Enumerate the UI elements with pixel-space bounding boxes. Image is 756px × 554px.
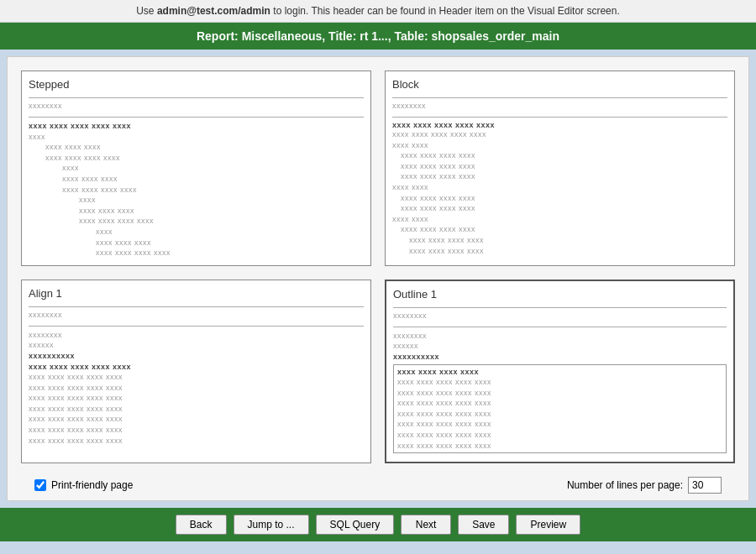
top-bar-text: to login. This header can be found in He… — [273, 5, 619, 17]
separator — [29, 117, 364, 118]
sql-query-button[interactable]: SQL Query — [316, 515, 395, 535]
cards-grid: Stepped xxxxxxxx xxxx xxxx xxxx xxxx xxx… — [21, 71, 735, 463]
header-bar: Report: Miscellaneous, Title: rt 1..., T… — [0, 23, 756, 50]
print-friendly-checkbox[interactable] — [34, 479, 46, 491]
separator — [392, 97, 727, 98]
main-content: Stepped xxxxxxxx xxxx xxxx xxxx xxxx xxx… — [7, 56, 749, 501]
card-align1: Align 1 xxxxxxxx xxxxxxxx xxxxxx xxxxxxx… — [21, 280, 371, 464]
card-placeholder-outline1: xxxxxxxx — [393, 311, 727, 320]
card-placeholder-block: xxxxxxxx — [392, 102, 727, 110]
separator — [393, 307, 727, 308]
lines-per-page-container: Number of lines per page: — [567, 477, 722, 494]
card-placeholder-stepped: xxxxxxxx — [29, 102, 364, 110]
card-content-outline1: xxxxxxxx xxxxxx xxxxxxxxxx xxxx xxxx xxx… — [393, 331, 727, 456]
bottom-bar: Back Jump to ... SQL Query Next Save Pre… — [0, 508, 756, 541]
card-placeholder-align1: xxxxxxxx — [29, 311, 364, 319]
top-bar: Use admin@test.com/admin to login. This … — [0, 0, 756, 23]
save-button[interactable]: Save — [458, 515, 509, 535]
print-friendly-label[interactable]: Print-friendly page — [34, 479, 133, 491]
lines-per-page-input[interactable] — [688, 477, 722, 494]
card-content-stepped: xxxx xxxx xxxx xxxx xxxx xxxx xxxx xxxx … — [29, 121, 364, 259]
preview-button[interactable]: Preview — [516, 515, 580, 535]
jump-to-button[interactable]: Jump to ... — [234, 515, 309, 535]
card-title-outline1: Outline 1 — [393, 288, 727, 301]
back-button[interactable]: Back — [176, 515, 227, 535]
credential: admin@test.com/admin — [157, 5, 270, 17]
separator — [29, 326, 364, 327]
card-content-align1: xxxxxxxx xxxxxx xxxxxxxxxx xxxx xxxx xxx… — [29, 330, 364, 457]
card-block: Block xxxxxxxx xxxx xxxx xxxx xxxx xxxx … — [385, 71, 735, 266]
lines-per-page-label: Number of lines per page: — [567, 479, 683, 491]
card-title-block: Block — [392, 78, 727, 91]
separator — [29, 306, 364, 307]
separator — [393, 327, 727, 327]
card-outline1: Outline 1 xxxxxxxx xxxxxxxx xxxxxx xxxxx… — [385, 280, 735, 464]
separator — [29, 97, 364, 98]
footer-options: Print-friendly page Number of lines per … — [21, 470, 735, 500]
next-button[interactable]: Next — [401, 515, 451, 535]
separator — [392, 117, 727, 118]
print-friendly-text: Print-friendly page — [51, 479, 133, 491]
card-title-align1: Align 1 — [29, 287, 364, 300]
header-title: Report: Miscellaneous, Title: rt 1..., T… — [197, 29, 559, 43]
card-stepped: Stepped xxxxxxxx xxxx xxxx xxxx xxxx xxx… — [21, 71, 371, 266]
card-content-block: xxxx xxxx xxxx xxxx xxxx xxxx xxxx xxxx … — [392, 121, 727, 259]
card-title-stepped: Stepped — [29, 78, 364, 91]
